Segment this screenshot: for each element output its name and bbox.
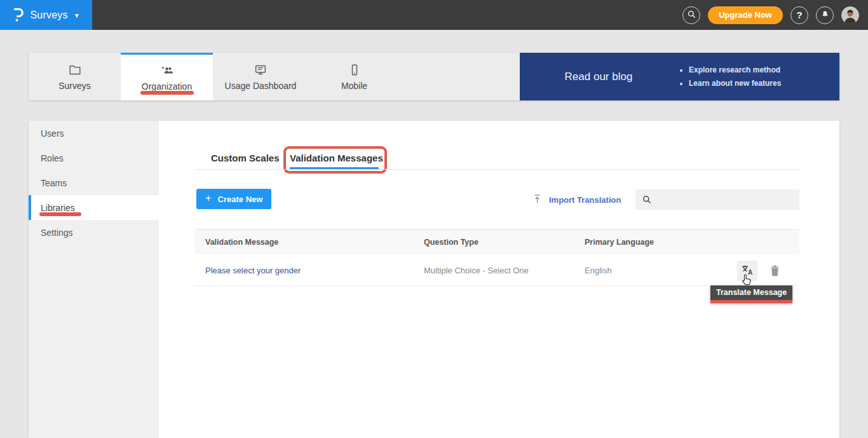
table-row: Please select your gender Multiple Choic… <box>195 254 799 286</box>
product-switcher[interactable]: Surveys ▼ <box>0 0 92 30</box>
annotation-underline <box>710 300 792 303</box>
blog-promo-bullets: Explore research method Learn about new … <box>677 64 781 90</box>
promo-bullet: Explore research method <box>689 64 781 77</box>
tabs-divider <box>195 169 799 170</box>
column-header-question-type: Question Type <box>424 238 478 247</box>
notifications-button[interactable] <box>816 6 834 24</box>
blog-promo-panel: Read our blog Explore research method Le… <box>520 53 839 100</box>
validation-message-link[interactable]: Please select your gender <box>205 265 301 275</box>
org-sidebar: Users Roles Teams Libraries Settings <box>29 121 159 438</box>
column-header-validation-message: Validation Message <box>205 238 278 247</box>
sidebar-item-label: Roles <box>41 153 64 163</box>
sidebar-item-users[interactable]: Users <box>29 121 159 146</box>
sidebar-item-label: Settings <box>41 228 73 238</box>
user-avatar[interactable] <box>841 6 859 24</box>
translate-icon: A <box>741 263 754 278</box>
upload-icon <box>532 193 542 207</box>
add-people-icon <box>159 64 175 78</box>
sidebar-item-label: Teams <box>41 178 67 188</box>
nav-tab-mobile[interactable]: Mobile <box>308 53 400 100</box>
primary-language-value: English <box>585 265 612 275</box>
search-input[interactable] <box>635 189 799 210</box>
tooltip: Translate Message <box>710 285 792 303</box>
sidebar-item-settings[interactable]: Settings <box>29 220 159 245</box>
column-header-primary-language: Primary Language <box>585 238 654 247</box>
sidebar-item-roles[interactable]: Roles <box>29 146 159 170</box>
blog-promo-title[interactable]: Read our blog <box>520 71 677 83</box>
tab-custom-scales[interactable]: Custom Scales <box>211 153 280 163</box>
plus-icon: + <box>205 192 212 205</box>
primary-nav: Surveys Organization <box>29 53 839 100</box>
question-mark-icon: ? <box>796 10 802 20</box>
nav-tab-usage-dashboard[interactable]: Usage Dashboard <box>213 53 308 100</box>
annotation-underline <box>140 91 194 95</box>
nav-tab-label: Organization <box>142 81 192 92</box>
help-button[interactable]: ? <box>790 6 808 24</box>
table-search <box>635 189 799 210</box>
main-panel: Users Roles Teams Libraries Settings Cus… <box>29 121 839 438</box>
promo-bullet: Learn about new features <box>689 77 781 90</box>
nav-tab-strip: Surveys Organization <box>29 53 520 100</box>
upgrade-now-button[interactable]: Upgrade Now <box>708 6 783 24</box>
tab-validation-messages[interactable]: Validation Messages <box>290 153 383 163</box>
libraries-content: Custom Scales Validation Messages + Crea… <box>159 121 839 438</box>
topbar-actions: Upgrade Now ? <box>682 6 868 24</box>
tooltip-text: Translate Message <box>710 285 792 300</box>
import-translation-link[interactable]: Import Translation <box>532 194 621 205</box>
nav-tab-label: Usage Dashboard <box>225 81 297 91</box>
question-type-value: Multiple Choice - Select One <box>424 265 529 275</box>
sidebar-item-teams[interactable]: Teams <box>29 170 159 195</box>
nav-tab-label: Mobile <box>341 81 367 91</box>
smartphone-icon <box>348 63 362 77</box>
chevron-down-icon: ▼ <box>74 12 80 19</box>
delete-message-button[interactable] <box>768 264 782 278</box>
sidebar-item-libraries[interactable]: Libraries <box>29 195 159 220</box>
nav-tab-organization[interactable]: Organization <box>121 53 213 100</box>
folder-icon <box>68 63 82 77</box>
svg-text:A: A <box>747 269 752 276</box>
annotation-underline <box>39 212 81 216</box>
nav-tab-label: Surveys <box>58 81 91 91</box>
dashboard-icon <box>254 63 268 77</box>
trash-icon <box>769 264 781 279</box>
import-translation-label: Import Translation <box>549 195 621 205</box>
search-button[interactable] <box>682 6 700 24</box>
search-icon <box>687 10 696 21</box>
create-new-label: Create New <box>218 195 263 204</box>
questionpro-logo-icon <box>12 8 24 22</box>
top-bar: Surveys ▼ Upgrade Now ? <box>0 0 868 30</box>
bell-icon <box>820 10 830 21</box>
sidebar-item-label: Libraries <box>41 203 75 213</box>
translate-message-button[interactable]: A <box>737 261 757 281</box>
table-header-row: Validation Message Question Type Primary… <box>195 229 799 254</box>
create-new-button[interactable]: + Create New <box>196 189 271 209</box>
nav-tab-surveys[interactable]: Surveys <box>29 53 121 100</box>
product-name: Surveys <box>30 10 67 21</box>
app-screen: Surveys ▼ Upgrade Now ? <box>0 0 868 438</box>
sidebar-item-label: Users <box>41 128 64 139</box>
avatar-photo <box>841 6 859 24</box>
